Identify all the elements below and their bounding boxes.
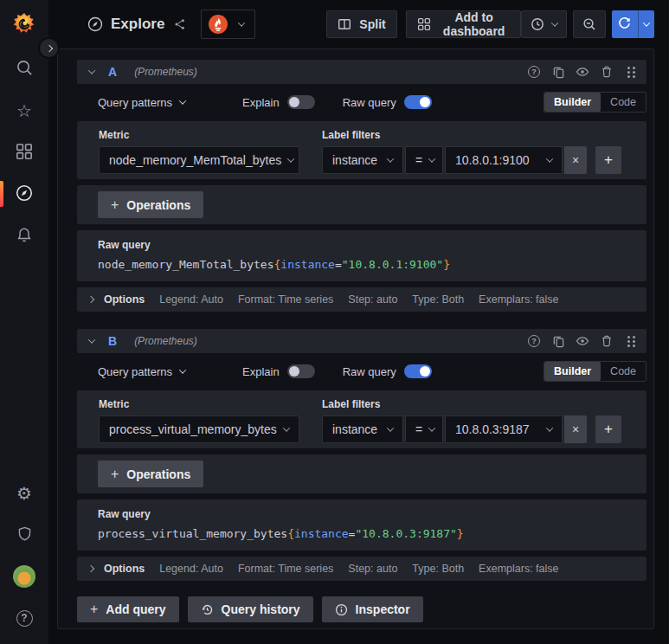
sidebar-item-dashboards[interactable] [0,132,48,173]
share-icon[interactable] [173,17,187,31]
raw-query-card: Raw query process_virtual_memory_bytes{i… [77,499,646,551]
sidebar-item-settings[interactable]: ⚙ [0,473,48,514]
delete-query-trash-icon[interactable] [600,334,614,348]
builder-mode-button[interactable]: Builder [544,362,601,381]
metric-select[interactable]: process_virtual_memory_bytes [99,415,299,443]
hide-query-eye-icon[interactable] [576,334,589,348]
drag-handle-icon[interactable] [624,334,638,348]
filter-value-select[interactable]: 10.8.0.1:9100 [445,146,563,174]
star-icon: ☆ [16,102,32,119]
collapse-query-chevron-icon[interactable] [86,335,98,347]
remove-filter-button[interactable]: × [564,146,587,174]
compass-icon [15,184,34,205]
query-header[interactable]: B (Prometheus) ? [77,329,646,353]
sidebar-item-help[interactable]: ? [0,597,48,639]
bell-icon [16,226,33,246]
history-icon [201,603,214,616]
sidebar-item-explore[interactable] [0,173,48,215]
duplicate-query-icon[interactable] [551,334,565,348]
query-history-button[interactable]: Query history [188,596,313,622]
code-mode-button[interactable]: Code [601,93,646,112]
chevron-down-icon [179,97,186,104]
explain-toggle[interactable] [287,364,315,378]
collapse-query-chevron-icon[interactable] [86,66,98,78]
query-help-icon[interactable]: ? [527,334,541,348]
filter-value-select[interactable]: 10.8.0.3:9187 [445,415,563,443]
query-options-row[interactable]: Options Legend: Auto Format: Time series… [77,287,646,312]
add-operation-button[interactable]: + Operations [98,460,203,487]
add-to-dashboard-button[interactable]: Add to dashboard [406,10,521,38]
chevron-down-icon [428,155,435,162]
query-row-a: A (Prometheus) ? Query patterns Explain … [77,60,646,312]
filter-operator-select[interactable]: = [405,146,443,174]
editor-mode-switch: Builder Code [544,361,646,382]
info-circle-icon [335,603,348,616]
gear-icon: ⚙ [16,485,32,502]
refresh-button[interactable] [612,10,638,38]
query-patterns-dropdown[interactable]: Query patterns [98,365,185,378]
query-help-icon[interactable]: ? [527,65,541,79]
filter-label-select[interactable]: instance [322,146,403,174]
explain-label: Explain [242,365,280,378]
datasource-picker[interactable] [201,10,255,39]
chevron-right-icon [45,44,52,51]
chevron-down-icon [287,155,294,162]
refresh-interval-dropdown[interactable] [638,10,654,38]
explore-footer-actions: + Add query Query history Inspector [77,596,646,622]
query-header[interactable]: A (Prometheus) ? [77,60,646,84]
metric-select[interactable]: node_memory_MemTotal_bytes [99,146,299,174]
sidebar-expand-button[interactable] [38,37,60,59]
grafana-logo[interactable] [13,13,35,35]
plus-icon: + [604,421,613,438]
query-letter: A [108,65,117,79]
add-filter-button[interactable]: + [595,415,621,443]
close-icon: × [572,153,579,167]
sidebar-item-profile[interactable] [0,556,48,597]
remove-filter-button[interactable]: × [564,415,587,443]
query-editor-toolbar: Query patterns Explain Raw query Builder… [77,359,646,383]
search-icon [16,59,34,80]
query-options-row[interactable]: Options Legend: Auto Format: Time series… [77,557,646,581]
time-range-picker[interactable] [521,10,567,38]
add-filter-button[interactable]: + [595,146,621,174]
page-title: Explore [111,16,164,33]
builder-mode-button[interactable]: Builder [544,93,601,112]
add-operation-button[interactable]: + Operations [98,191,203,218]
query-patterns-dropdown[interactable]: Query patterns [98,96,185,109]
chevron-down-icon [550,19,557,26]
chevron-down-icon [238,19,245,26]
raw-query-label: Raw query [343,365,396,378]
raw-query-card: Raw query node_memory_MemTotal_bytes{ins… [77,230,646,281]
hide-query-eye-icon[interactable] [576,65,589,79]
split-button[interactable]: Split [326,10,396,38]
chevron-right-icon [87,296,94,303]
raw-query-toggle[interactable] [404,95,432,109]
inspector-button[interactable]: Inspector [322,596,423,622]
add-query-button[interactable]: + Add query [77,596,179,622]
duplicate-query-icon[interactable] [551,65,565,79]
sidebar-item-server-admin[interactable] [0,514,48,556]
code-mode-button[interactable]: Code [601,362,646,381]
raw-query-expression: process_virtual_memory_bytes{instance="1… [98,527,633,540]
metric-label: Metric [99,398,299,410]
raw-query-title: Raw query [98,508,633,520]
sidebar-item-alerting[interactable] [0,215,48,256]
option-step: Step: auto [348,293,397,306]
clock-icon [531,17,544,31]
raw-query-expression: node_memory_MemTotal_bytes{instance="10.… [98,258,633,271]
explain-toggle[interactable] [287,95,315,109]
dashboards-grid-icon [16,143,33,163]
sidebar-item-starred[interactable]: ☆ [0,90,48,132]
filter-operator-select[interactable]: = [405,415,443,443]
chevron-down-icon [546,155,553,162]
apps-grid-icon [417,17,431,31]
delete-query-trash-icon[interactable] [600,65,614,79]
drag-handle-icon[interactable] [624,65,638,79]
plus-icon: + [604,151,613,169]
filter-label-select[interactable]: instance [322,415,403,443]
raw-query-toggle[interactable] [404,364,432,378]
option-exemplars: Exemplars: false [479,293,558,306]
chevron-down-icon [387,424,394,431]
label-filters-label: Label filters [322,129,621,141]
zoom-out-button[interactable] [573,10,606,38]
